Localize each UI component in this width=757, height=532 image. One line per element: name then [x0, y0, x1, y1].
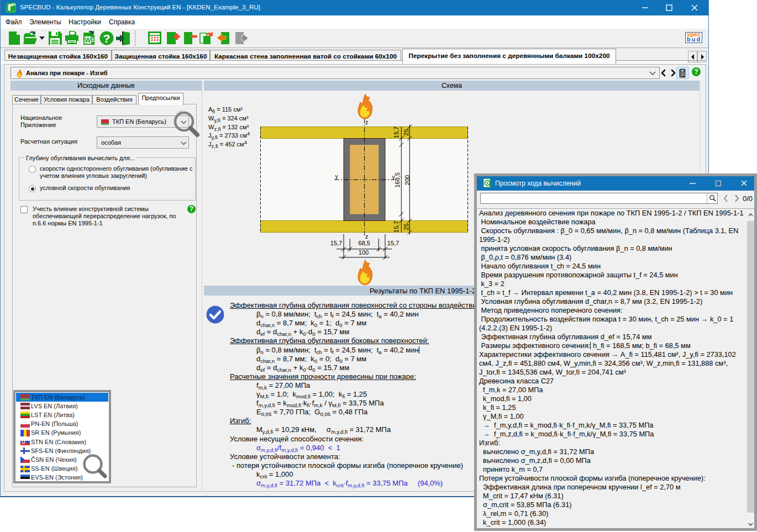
svg-text:?: ? [103, 32, 111, 45]
svg-text:25: 25 [403, 129, 409, 135]
svg-text:z: z [365, 119, 368, 125]
svg-text:y: y [335, 173, 338, 180]
svg-text:15,7: 15,7 [387, 240, 399, 246]
svg-text:168,5: 168,5 [394, 172, 401, 188]
svg-text:68,5: 68,5 [359, 240, 370, 246]
svg-text:25: 25 [403, 223, 409, 230]
svg-text:15,7: 15,7 [393, 221, 399, 233]
svg-text:W: W [85, 36, 91, 44]
svg-text:200: 200 [404, 175, 411, 185]
svg-text:EN: EN [12, 3, 15, 6]
svg-text:100: 100 [359, 249, 369, 256]
svg-text:z: z [365, 233, 368, 240]
svg-text:y: y [392, 173, 395, 180]
svg-text:15,7: 15,7 [393, 127, 399, 138]
svg-text:15,7: 15,7 [330, 240, 342, 246]
